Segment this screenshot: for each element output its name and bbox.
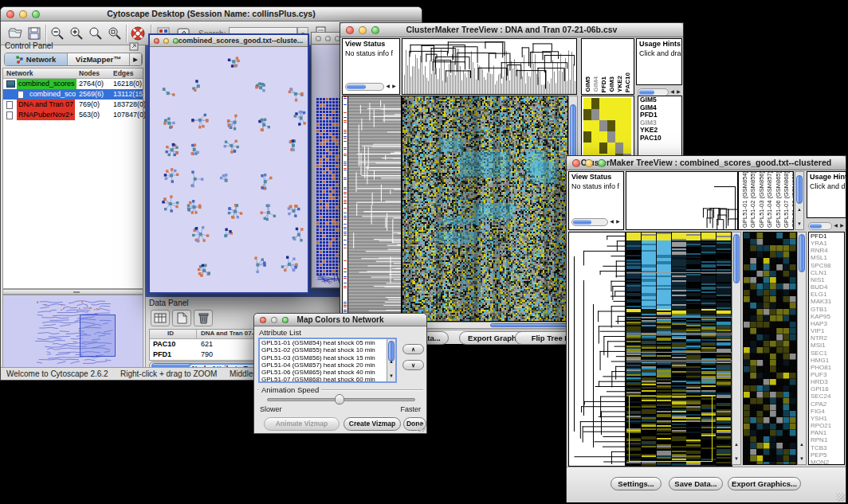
gene-label[interactable]: SPC98 — [809, 262, 844, 269]
gene-label[interactable]: KAP95 — [809, 313, 844, 320]
tv2-zoom-view[interactable] — [743, 232, 797, 465]
column-label[interactable]: PFD1 — [600, 76, 607, 92]
scroll-right-icon[interactable] — [839, 223, 845, 229]
treeview2-window[interactable]: ClusterMaker TreeView : combined_scores_… — [566, 155, 846, 502]
close-icon[interactable] — [6, 10, 14, 18]
zoom-out-button[interactable] — [49, 25, 65, 41]
close-icon[interactable] — [572, 159, 580, 167]
resize-grip[interactable] — [417, 424, 426, 432]
tv2-labels-scrollbar[interactable] — [795, 171, 804, 230]
minimize-icon[interactable] — [585, 159, 593, 167]
map-colors-dialog[interactable]: Map Colors to Network Attribute List GPL… — [253, 313, 427, 434]
window-controls[interactable] — [316, 36, 340, 41]
birdseye-view[interactable] — [2, 295, 143, 370]
tv2-column-dendrogram[interactable] — [626, 171, 738, 230]
gene-label[interactable]: BUD4 — [809, 283, 844, 291]
attribute-item[interactable]: GPL51-01 (GSM854) heat shock 05 min — [260, 339, 395, 346]
window-controls[interactable] — [260, 317, 289, 323]
column-label[interactable]: GIM5 — [584, 76, 591, 92]
gene-label[interactable]: PFD1 — [809, 232, 844, 240]
scroll-left-icon[interactable] — [833, 223, 838, 229]
tab-vizmapper[interactable]: VizMapper™ — [68, 53, 131, 65]
tv2-gene-dendrogram[interactable] — [568, 232, 626, 467]
scroll-up-icon[interactable] — [389, 359, 395, 365]
gene-label[interactable]: RNR4 — [809, 247, 844, 254]
scrollbar-thumb[interactable] — [490, 323, 570, 327]
gene-label[interactable]: HAP3 — [809, 320, 844, 327]
attribute-item[interactable]: GPL51-06 (GSM865) heat shock 40 min — [260, 369, 395, 376]
delete-attribute-button[interactable] — [194, 310, 213, 326]
treeview2-titlebar[interactable]: ClusterMaker TreeView : combined_scores_… — [567, 156, 846, 170]
col-id[interactable]: ID — [167, 330, 174, 337]
close-icon[interactable] — [316, 36, 321, 41]
scroll-left-icon[interactable] — [669, 89, 675, 95]
zoom-selected-button[interactable] — [107, 25, 123, 41]
network-tree-row[interactable]: DNA and Tran 07 769(0) 183728(0) — [3, 100, 143, 110]
save-data-button[interactable]: Save Data... — [669, 477, 723, 490]
scrollbar-thumb[interactable] — [799, 234, 805, 272]
gene-label[interactable]: PHO81 — [809, 364, 844, 371]
network-tree-row[interactable]: RNAPuberNov2+ 563(0) 107847(0) — [3, 110, 143, 120]
tv2-heatmap-vscrollbar[interactable] — [732, 232, 741, 465]
gene-label[interactable]: GTB1 — [809, 306, 844, 313]
network-tree-row[interactable]: combined_scores 2764(0) 16218(0) — [3, 79, 143, 89]
attribute-listbox[interactable]: GPL51-01 (GSM854) heat shock 05 minGPL51… — [258, 338, 397, 383]
tv1-column-dendrogram[interactable] — [402, 38, 577, 95]
window-controls[interactable] — [154, 38, 179, 44]
zoom-fit-button[interactable] — [88, 25, 104, 41]
attribute-item[interactable]: GPL51-03 (GSM856) heat shock 15 min — [260, 354, 395, 361]
zoom-in-button[interactable] — [69, 25, 84, 41]
window-controls[interactable] — [346, 26, 379, 34]
gene-label[interactable]: MON2 — [809, 459, 844, 465]
tv2-genelist-scrollbar[interactable] — [808, 221, 845, 231]
animate-vizmap-button[interactable]: Animate Vizmap — [264, 417, 340, 431]
scroll-right-icon[interactable] — [615, 219, 621, 225]
window-controls[interactable] — [6, 10, 40, 18]
tv2-heatmap[interactable] — [626, 232, 732, 467]
zoom-icon[interactable] — [598, 159, 606, 167]
gene-label[interactable]: SEC1 — [809, 350, 844, 357]
move-down-button[interactable]: ∨ — [402, 360, 424, 370]
scroll-right-icon[interactable] — [676, 89, 681, 95]
minimize-icon[interactable] — [19, 10, 27, 18]
slider-thumb[interactable] — [335, 394, 344, 404]
minimize-icon[interactable] — [325, 36, 331, 41]
minimize-icon[interactable] — [359, 26, 367, 34]
scrollbar-thumb[interactable] — [570, 104, 576, 160]
network-frame-1[interactable]: combined_scores_good.txt--cluste... — [148, 33, 309, 294]
gene-label[interactable]: HMG1 — [809, 357, 844, 364]
resize-grip[interactable] — [836, 493, 845, 502]
scrollbar-thumb[interactable] — [733, 234, 740, 283]
close-icon[interactable] — [154, 38, 159, 44]
column-label[interactable]: GPL51-07 (GSM868) — [783, 171, 790, 228]
scroll-left-icon[interactable] — [385, 84, 391, 89]
gene-label[interactable]: CPA2 — [809, 400, 844, 408]
main-titlebar[interactable]: Cytoscape Desktop (Session Name: collins… — [1, 7, 422, 21]
gene-label[interactable]: CLN1 — [809, 269, 844, 276]
gene-label[interactable]: YRA1 — [809, 240, 844, 247]
move-up-button[interactable]: ∧ — [402, 344, 424, 354]
gene-label[interactable]: PUF3 — [809, 371, 844, 378]
column-label[interactable]: GPL51-01 (GSM854) — [741, 171, 748, 228]
gene-label[interactable]: YSH1 — [809, 415, 844, 422]
gene-label[interactable]: ELG1 — [809, 291, 844, 298]
column-label[interactable]: GPL51-04 (GSM857) — [766, 171, 773, 228]
gene-label[interactable]: MSL1 — [809, 254, 844, 261]
save-session-button[interactable] — [26, 25, 42, 41]
select-attributes-button[interactable] — [151, 310, 170, 326]
minimize-icon[interactable] — [163, 38, 169, 44]
settings-button[interactable]: Settings... — [610, 477, 662, 490]
zoom-icon[interactable] — [371, 26, 379, 34]
network-canvas-1[interactable] — [150, 47, 308, 292]
attribute-item[interactable]: GPL51-04 (GSM857) heat shock 20 min — [260, 361, 395, 369]
scroll-down-icon[interactable] — [799, 456, 805, 462]
minimize-icon[interactable] — [271, 317, 277, 323]
col-edges[interactable]: Edges — [113, 68, 134, 79]
tv1-gene-dendrogram[interactable] — [347, 96, 402, 322]
new-attribute-button[interactable] — [172, 310, 191, 326]
column-label[interactable]: GPL51-08 (GSM872) — [791, 171, 794, 228]
gene-label[interactable]: FIG4 — [809, 408, 844, 415]
scroll-right-icon[interactable] — [391, 84, 397, 89]
gene-label[interactable]: PEP5 — [809, 451, 844, 459]
column-label[interactable]: GPL51-06 (GSM865) — [775, 171, 782, 228]
